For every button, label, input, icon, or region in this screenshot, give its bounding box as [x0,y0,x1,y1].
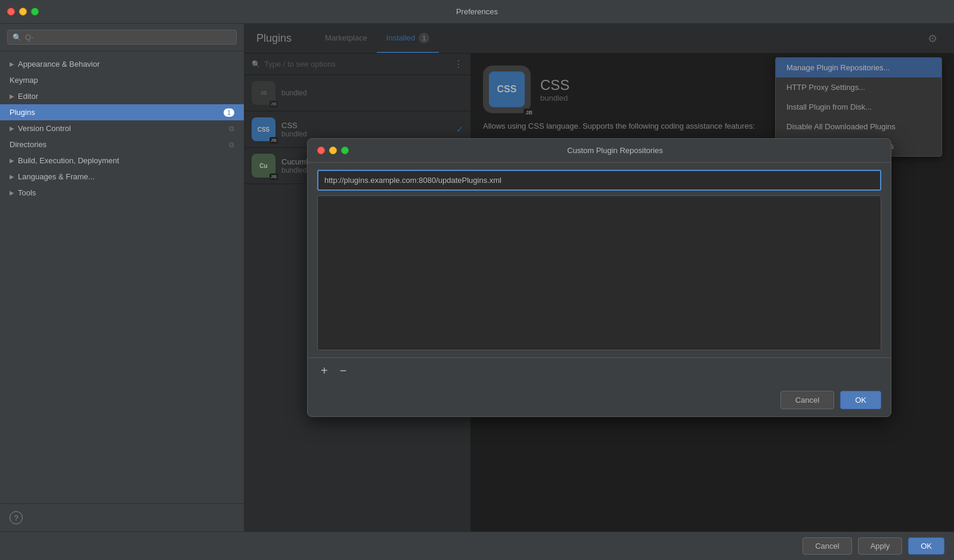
traffic-lights [7,8,39,15]
sidebar-items: ▶ Appearance & Behavior Keymap ▶ Editor … [0,51,244,503]
sidebar-item-label: Build, Execution, Deployment [18,156,119,165]
dialog-footer: Cancel OK [308,384,891,416]
close-button[interactable] [7,8,15,15]
sidebar-item-label: Version Control [18,124,71,133]
search-bar: 🔍 [0,24,244,51]
window-title: Preferences [456,7,498,16]
sidebar-item-label: Appearance & Behavior [18,60,100,69]
dialog-traffic-lights [317,147,349,154]
dialog-body [308,163,891,357]
arrow-icon: ▶ [10,125,14,132]
minimize-button[interactable] [19,8,27,15]
dialog-overlay: Custom Plugin Repositories + − Cancel OK [244,24,954,531]
dialog-maximize-button[interactable] [341,147,349,154]
sidebar-search-input[interactable] [25,33,231,42]
sidebar: 🔍 ▶ Appearance & Behavior Keymap ▶ Edito… [0,24,244,531]
sidebar-item-label: Directories [10,140,47,149]
cancel-button[interactable]: Cancel [803,537,851,555]
maximize-button[interactable] [31,8,39,15]
sidebar-item-tools[interactable]: ▶ Tools [0,185,244,201]
apply-button[interactable]: Apply [858,537,903,555]
custom-repos-dialog: Custom Plugin Repositories + − Cancel OK [307,138,891,417]
sidebar-item-version-control[interactable]: ▶ Version Control ⧉ [0,120,244,136]
arrow-icon: ▶ [10,61,14,67]
copy-icon: ⧉ [229,125,234,133]
search-wrap[interactable]: 🔍 [7,30,237,45]
dialog-cancel-button[interactable]: Cancel [780,391,834,409]
sidebar-item-keymap[interactable]: Keymap [0,72,244,88]
repo-url-input[interactable] [317,170,881,191]
sidebar-item-label: Languages & Frame... [18,172,95,181]
sidebar-item-editor[interactable]: ▶ Editor [0,88,244,104]
arrow-icon: ▶ [10,157,14,164]
dialog-close-button[interactable] [317,147,325,154]
bottom-bar: Cancel Apply OK [0,531,954,560]
sidebar-item-label: Keymap [10,76,38,85]
dialog-actions: + − [308,357,891,384]
copy-icon: ⧉ [229,141,234,149]
remove-repo-button[interactable]: − [336,363,351,379]
sidebar-item-label: Plugins [10,108,35,117]
add-repo-button[interactable]: + [317,363,332,379]
dialog-title-bar: Custom Plugin Repositories [308,139,891,163]
dialog-minimize-button[interactable] [329,147,337,154]
help-icon: ? [14,514,18,522]
sidebar-item-label: Editor [18,92,38,101]
sidebar-item-appearance[interactable]: ▶ Appearance & Behavior [0,56,244,72]
sidebar-item-plugins[interactable]: Plugins 1 [0,104,244,120]
main-layout: 🔍 ▶ Appearance & Behavior Keymap ▶ Edito… [0,24,954,531]
repo-list-area [317,195,881,350]
arrow-icon: ▶ [10,173,14,180]
title-bar: Preferences [0,0,954,24]
content-area: Plugins Marketplace Installed 1 ⚙ Manage… [244,24,954,531]
dialog-title: Custom Plugin Repositories [349,146,881,155]
sidebar-item-directories[interactable]: Directories ⧉ [0,136,244,153]
sidebar-help: ? [0,503,244,531]
arrow-icon: ▶ [10,93,14,99]
help-button[interactable]: ? [10,511,23,524]
dialog-ok-button[interactable]: OK [840,391,881,409]
sidebar-item-build[interactable]: ▶ Build, Execution, Deployment [0,153,244,169]
sidebar-item-label: Tools [18,188,36,197]
arrow-icon: ▶ [10,189,14,196]
search-icon: 🔍 [13,33,21,42]
sidebar-item-languages[interactable]: ▶ Languages & Frame... [0,169,244,185]
ok-button[interactable]: OK [908,537,944,555]
plugins-badge: 1 [224,108,234,117]
